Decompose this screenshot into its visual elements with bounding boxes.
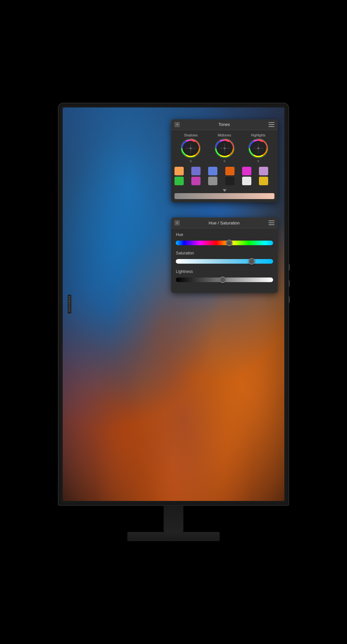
swatch-lavender[interactable] [259, 167, 268, 175]
hue-label: Hue [176, 232, 273, 237]
highlights-label: Highlights [251, 133, 266, 137]
tones-wheels-container: Shadows [171, 130, 278, 165]
highlights-wheel-container: Highlights [248, 133, 268, 163]
hue-sat-panel-header: × Hue / Saturation [171, 218, 278, 228]
lightness-track[interactable] [176, 278, 273, 282]
midtones-wheel[interactable] [214, 138, 235, 159]
swatch-orange[interactable] [174, 167, 184, 175]
lightness-slider-wrapper[interactable] [176, 277, 273, 283]
swatch-purple[interactable] [191, 177, 201, 185]
gradient-slider-container [171, 187, 278, 202]
tones-close-button[interactable]: × [174, 122, 180, 127]
svg-point-14 [257, 147, 259, 149]
svg-point-9 [224, 147, 226, 149]
tones-panel: × Tones Shadows [171, 119, 278, 202]
swatch-light[interactable] [242, 177, 251, 185]
gradient-pointer [223, 189, 227, 192]
highlights-value: 0 [257, 160, 259, 163]
monitor-button[interactable] [288, 296, 290, 303]
swatch-dark[interactable] [225, 177, 235, 185]
saturation-slider-group: Saturation [176, 251, 273, 265]
hue-sat-menu-button[interactable] [268, 220, 274, 225]
monitor-stand-neck [164, 506, 183, 532]
hue-slider-wrapper[interactable] [176, 240, 273, 246]
monitor-button[interactable] [288, 264, 290, 271]
lightness-slider-group: Lightness [176, 269, 273, 283]
saturation-label: Saturation [176, 251, 273, 255]
hue-sat-panel-title: Hue / Saturation [180, 220, 268, 225]
saturation-track[interactable] [176, 259, 273, 264]
highlights-wheel[interactable] [248, 138, 268, 159]
midtones-label: Midtones [218, 133, 231, 137]
monitor-stand-base [127, 532, 220, 541]
swatch-blue-purple[interactable] [191, 167, 201, 175]
saturation-thumb[interactable] [248, 258, 255, 265]
svg-point-4 [190, 147, 192, 149]
monitor-screen: SAMSUNG × Tones Shadows [63, 107, 284, 501]
gradient-slider[interactable] [174, 193, 274, 199]
hue-thumb[interactable] [226, 240, 233, 246]
tones-panel-title: Tones [180, 122, 268, 127]
swatch-gray[interactable] [208, 177, 217, 185]
monitor-wrapper: SAMSUNG × Tones Shadows [58, 103, 289, 542]
tones-menu-button[interactable] [268, 122, 274, 127]
color-swatches-grid [171, 165, 278, 187]
hue-saturation-panel: × Hue / Saturation Hue [171, 218, 278, 293]
shadows-wheel[interactable] [180, 138, 201, 159]
midtones-wheel-container: Midtones [214, 133, 235, 163]
lightness-label: Lightness [176, 269, 273, 274]
monitor-frame: SAMSUNG × Tones Shadows [58, 103, 289, 506]
brand-label: SAMSUNG [68, 295, 71, 313]
hue-sat-close-button[interactable]: × [174, 220, 180, 225]
shadows-label: Shadows [184, 133, 198, 137]
midtones-value: 0 [224, 160, 225, 163]
hue-slider-group: Hue [176, 232, 273, 246]
monitor-button[interactable] [288, 280, 290, 287]
swatch-dark-orange[interactable] [225, 167, 235, 175]
swatch-magenta[interactable] [242, 167, 251, 175]
lightness-thumb[interactable] [219, 277, 226, 283]
swatch-blue[interactable] [208, 167, 217, 175]
hue-track[interactable] [176, 241, 273, 245]
shadows-value: 0 [190, 160, 192, 163]
swatch-yellow[interactable] [259, 177, 268, 185]
tones-panel-header: × Tones [171, 119, 278, 130]
saturation-slider-wrapper[interactable] [176, 258, 273, 265]
shadows-wheel-container: Shadows [180, 133, 201, 163]
swatch-green[interactable] [174, 177, 184, 185]
hue-sat-body: Hue Saturation [171, 228, 278, 293]
